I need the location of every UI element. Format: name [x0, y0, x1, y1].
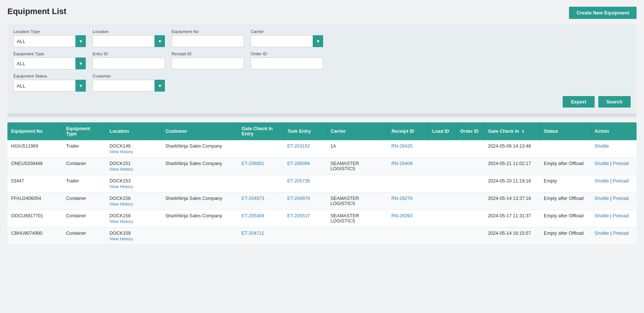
table-cell: RN-26425: [388, 140, 428, 158]
equipment-no-input[interactable]: [172, 35, 244, 47]
view-history-link[interactable]: View History: [110, 219, 158, 224]
action-link[interactable]: Preload: [613, 161, 629, 166]
location-type-label: Location Type: [13, 29, 86, 34]
table-cell: Container: [62, 227, 106, 245]
table-cell: [327, 227, 388, 245]
filter-row-1: Location Type ALL DOCK YARD GATE Locatio…: [13, 29, 631, 47]
table-row: OOCU8917701ContainerDOCK158View HistoryS…: [7, 210, 637, 227]
col-header-status: Status: [540, 122, 591, 140]
action-link[interactable]: Preload: [613, 213, 629, 218]
col-header-equipment-no: Equipment No: [7, 122, 62, 140]
table-cell: Shuttle | Preload: [591, 227, 637, 245]
table-row: 53447TrailerDOCK153View HistoryET-205739…: [7, 175, 637, 192]
carrier-select-wrapper: [251, 35, 323, 47]
action-link[interactable]: Shuttle: [595, 178, 609, 184]
table-cell: SEAMASTER LOGISTICS: [327, 210, 388, 227]
table-cell: RN-26409: [388, 158, 428, 175]
action-link[interactable]: Shuttle: [595, 196, 609, 201]
table-row: ONEU5209448ContainerDOCK151View HistoryS…: [7, 158, 637, 175]
table-cell: ET-203152: [283, 140, 326, 158]
view-history-link[interactable]: View History: [110, 149, 158, 154]
location-value: DOCK156: [110, 196, 131, 201]
record-link[interactable]: ET-203152: [287, 144, 310, 149]
location-value: DOCK153: [110, 178, 131, 184]
entry-id-label: Entry ID: [92, 52, 165, 56]
equipment-status-label: Equipment Status: [13, 74, 86, 78]
order-id-input[interactable]: [251, 57, 323, 69]
sort-icon: ⇕: [521, 129, 524, 134]
col-header-gate-entry: Gate Check In Entry: [238, 122, 283, 140]
page-title: Equipment List: [7, 7, 66, 16]
table-cell: ET-204673: [238, 192, 283, 210]
equipment-type-value: Trailer: [66, 144, 79, 149]
table-cell: [388, 175, 428, 192]
equipment-no-value: ONEU5209448: [11, 161, 43, 166]
equipment-status-select-wrapper: ALL Empty Loaded Empty after Offload: [13, 80, 86, 92]
location-type-select[interactable]: ALL DOCK YARD GATE: [13, 35, 86, 47]
action-link[interactable]: Shuttle: [595, 231, 609, 236]
record-link[interactable]: ET-204974: [287, 196, 310, 201]
record-link[interactable]: RN-26425: [391, 144, 413, 149]
action-link[interactable]: Preload: [613, 231, 629, 236]
status-value: Empty: [544, 178, 557, 184]
action-link[interactable]: Shuttle: [595, 161, 609, 166]
view-history-link[interactable]: View History: [110, 184, 158, 189]
action-link[interactable]: Shuttle: [595, 213, 609, 218]
action-link[interactable]: Preload: [613, 178, 629, 184]
filter-row-2: Equipment Type ALL Trailer Container Cha…: [13, 52, 631, 69]
view-history-link[interactable]: View History: [110, 237, 158, 241]
search-button[interactable]: Search: [598, 96, 631, 108]
location-value: DOCK158: [110, 213, 131, 218]
location-select[interactable]: [92, 35, 165, 47]
table-cell: HGIU511969: [7, 140, 62, 158]
table-cell: ET-204711: [238, 227, 283, 245]
customer-select[interactable]: [92, 80, 165, 92]
equipment-status-select[interactable]: ALL Empty Loaded Empty after Offload: [13, 80, 86, 92]
record-link[interactable]: RN-26393: [391, 213, 413, 218]
location-value: DOCK159: [110, 231, 131, 236]
table-cell: [283, 227, 326, 245]
table-cell: Empty: [540, 175, 591, 192]
view-history-link[interactable]: View History: [110, 202, 158, 206]
record-link[interactable]: RN-26409: [391, 161, 413, 166]
record-link[interactable]: ET-206001: [241, 161, 264, 166]
table-cell: SharkNinja Sales Company: [162, 192, 238, 210]
table-cell: ET-204974: [283, 192, 326, 210]
create-new-equipment-button[interactable]: Create New Equipment: [569, 7, 637, 19]
table-cell: [428, 192, 456, 210]
table-cell: Shuttle | Preload: [591, 175, 637, 192]
customer-value: SharkNinja Sales Company: [165, 144, 222, 149]
entry-id-input[interactable]: [92, 57, 165, 69]
record-link[interactable]: ET-205739: [287, 178, 310, 184]
table-cell: Trailer: [62, 140, 106, 158]
record-link[interactable]: ET-205409: [241, 213, 264, 218]
location-type-select-wrapper: ALL DOCK YARD GATE: [13, 35, 86, 47]
table-cell: DOCK159View History: [106, 227, 162, 245]
table-cell: Shuttle: [591, 140, 637, 158]
table-cell: DOCK158View History: [106, 210, 162, 227]
filter-actions: Export Search: [13, 96, 631, 110]
action-link[interactable]: Preload: [613, 196, 629, 201]
view-history-link[interactable]: View History: [110, 167, 158, 171]
record-link[interactable]: ET-206094: [287, 161, 310, 166]
record-link[interactable]: ET-205517: [287, 213, 310, 218]
table-cell: 2024-05-17 11:31:37: [484, 210, 540, 227]
table-header-row: Equipment No Equipment Type Location Cus…: [7, 122, 637, 140]
action-link[interactable]: Shuttle: [595, 144, 609, 149]
record-link[interactable]: RN-26270: [391, 196, 413, 201]
equipment-type-value: Container: [66, 213, 86, 218]
header-row: Equipment List Create New Equipment: [7, 7, 637, 19]
table-cell: 2024-05-20 11:19:18: [484, 175, 540, 192]
receipt-id-input[interactable]: [172, 57, 244, 69]
table-cell: SharkNinja Sales Company: [162, 140, 238, 158]
equipment-type-select[interactable]: ALL Trailer Container Chassis: [13, 57, 86, 69]
record-link[interactable]: ET-204711: [241, 231, 264, 236]
record-link[interactable]: ET-204673: [241, 196, 264, 201]
export-button[interactable]: Export: [563, 96, 594, 108]
table-cell: DOCK156View History: [106, 192, 162, 210]
table-cell: [456, 210, 484, 227]
col-header-gate-checkin[interactable]: Gate Check In ⇕: [484, 122, 540, 140]
gate-checkin-value: 2024-05-20 11:19:18: [488, 178, 531, 184]
carrier-select[interactable]: [251, 35, 323, 47]
gate-checkin-value: 2024-05-14 16:15:57: [488, 231, 531, 236]
